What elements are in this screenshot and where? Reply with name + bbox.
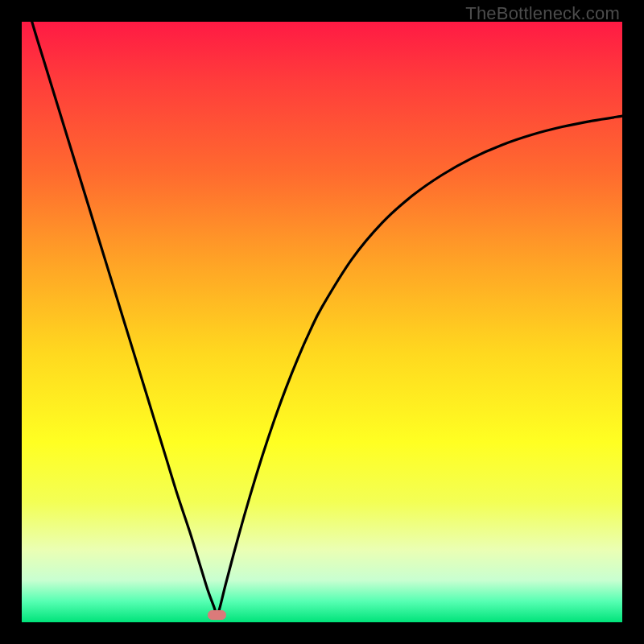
watermark-text: TheBottleneck.com — [465, 3, 620, 24]
chart-frame — [22, 22, 622, 622]
gradient-background — [22, 22, 622, 622]
chart-svg — [22, 22, 622, 622]
minimum-marker — [208, 611, 225, 620]
